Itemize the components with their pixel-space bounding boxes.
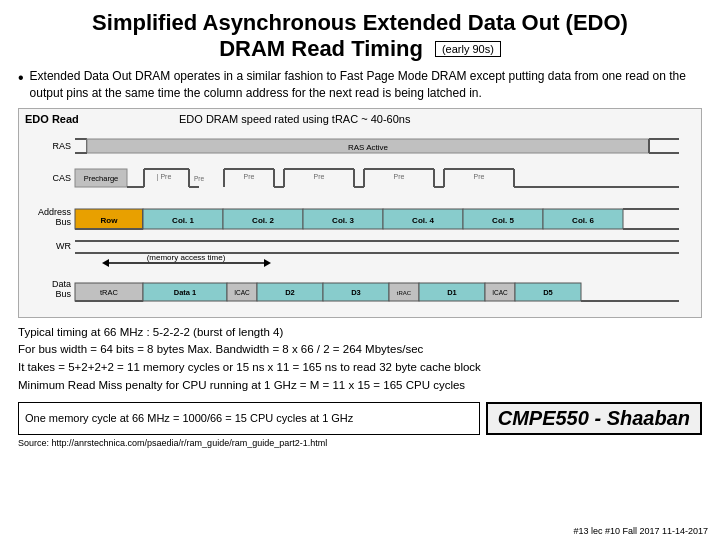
timing-svg: RAS CAS Address Bus WR Data Bus RAS Acti…	[19, 109, 701, 317]
page: Simplified Asynchronous Extended Data Ou…	[0, 0, 720, 540]
cas-p3-label: Pre	[314, 173, 325, 180]
timing-info: Typical timing at 66 MHz : 5-2-2-2 (burs…	[18, 324, 702, 395]
mem-arrow-right	[264, 259, 271, 267]
title-line2: DRAM Read Timing	[219, 36, 423, 62]
data-d5-text: D5	[543, 288, 553, 297]
cmpe-box: CMPE550 - Shaaban	[486, 402, 702, 435]
data-d1-text: Data 1	[174, 288, 197, 297]
data-icac2-text: ICAC	[492, 289, 508, 296]
timing-line3: It takes = 5+2+2+2 = 11 memory cycles or…	[18, 359, 702, 377]
timing-line1: Typical timing at 66 MHz : 5-2-2-2 (burs…	[18, 324, 702, 342]
ras-active-text: RAS Active	[348, 143, 389, 152]
addr-col3-text: Col. 3	[332, 216, 354, 225]
addr-col5-text: Col. 5	[492, 216, 514, 225]
cas-p5-label: Pre	[474, 173, 485, 180]
data-d1b-text: D1	[447, 288, 457, 297]
one-cycle-box: One memory cycle at 66 MHz = 1000/66 = 1…	[18, 402, 480, 435]
bullet-section: • Extended Data Out DRAM operates in a s…	[18, 68, 702, 102]
source-line: Source: http://anrstechnica.com/psaedia/…	[18, 438, 702, 448]
source-url: http://anrstechnica.com/psaedia/r/ram_gu…	[52, 438, 328, 448]
addr-col1-text: Col. 1	[172, 216, 194, 225]
addr-row-text: Row	[101, 216, 119, 225]
wr-label: WR	[56, 241, 71, 251]
one-cycle-label: One memory cycle at 66 MHz = 1000/66 = 1…	[25, 412, 353, 424]
cas-pre2-label: Pre	[194, 175, 205, 182]
cas-p4-label: Pre	[394, 173, 405, 180]
cas-precharge-text: Precharge	[84, 174, 119, 183]
cas-label: CAS	[52, 173, 71, 183]
timing-line2: For bus width = 64 bits = 8 bytes Max. B…	[18, 341, 702, 359]
title-line1: Simplified Asynchronous Extended Data Ou…	[18, 10, 702, 36]
timing-diagram: EDO Read EDO DRAM speed rated using tRAC…	[18, 108, 702, 318]
data-d3-text: D3	[351, 288, 361, 297]
bottom-bar: One memory cycle at 66 MHz = 1000/66 = 1…	[18, 402, 702, 435]
data-icac1-text: ICAC	[234, 289, 250, 296]
data-trac-text: tRAC	[100, 288, 119, 297]
ras-label: RAS	[52, 141, 71, 151]
addr-col4-text: Col. 4	[412, 216, 434, 225]
addr-col2-text: Col. 2	[252, 216, 274, 225]
addr-col6-text: Col. 6	[572, 216, 594, 225]
address-label-2: Bus	[55, 217, 71, 227]
bullet-dot: •	[18, 68, 24, 102]
mem-arrow-left	[102, 259, 109, 267]
data-trac2-text: tRAC	[397, 290, 412, 296]
cmpe-label: CMPE550 - Shaaban	[498, 407, 690, 430]
header: Simplified Asynchronous Extended Data Ou…	[18, 10, 702, 62]
data-label-1: Data	[52, 279, 71, 289]
cas-p1-label: | Pre	[157, 173, 172, 181]
footnote: #13 lec #10 Fall 2017 11-14-2017	[573, 526, 708, 536]
cas-p2-label: Pre	[244, 173, 255, 180]
source-label: Source:	[18, 438, 49, 448]
address-label-1: Address	[38, 207, 72, 217]
data-label-2: Bus	[55, 289, 71, 299]
bullet-text: Extended Data Out DRAM operates in a sim…	[30, 68, 702, 102]
mem-access-label: (memory access time)	[147, 253, 226, 262]
early-badge: (early 90s)	[435, 41, 501, 57]
data-d2-text: D2	[285, 288, 295, 297]
timing-line4: Minimum Read Miss penalty for CPU runnin…	[18, 377, 702, 395]
